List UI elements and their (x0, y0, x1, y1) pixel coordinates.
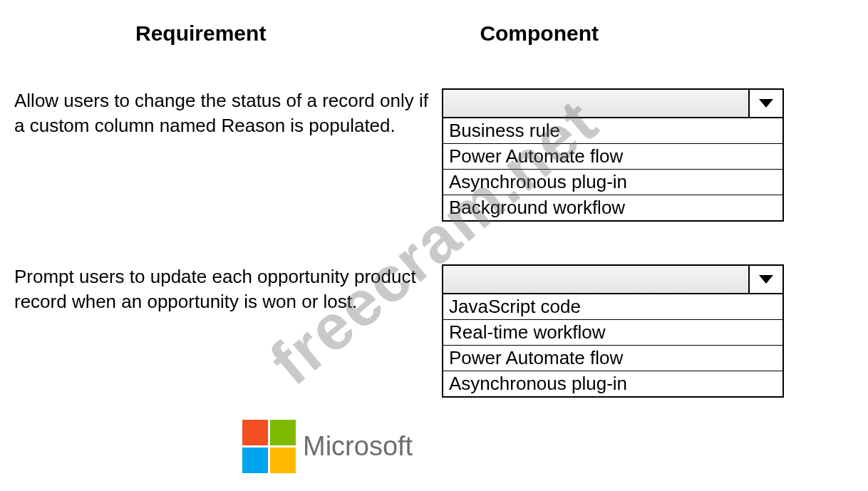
svg-marker-0 (759, 99, 773, 108)
dropdown-options: JavaScript code Real-time workflow Power… (442, 294, 784, 398)
option-item[interactable]: Real-time workflow (443, 320, 782, 346)
component-dropdown-2: JavaScript code Real-time workflow Power… (442, 264, 784, 398)
option-item[interactable]: Asynchronous plug-in (443, 371, 782, 396)
component-dropdown-1: Business rule Power Automate flow Asynch… (442, 88, 784, 222)
header-component: Component (480, 21, 599, 46)
option-item[interactable]: Asynchronous plug-in (443, 170, 782, 195)
dropdown-value (443, 266, 750, 293)
logo-square-green (270, 420, 296, 445)
option-item[interactable]: Background workflow (443, 195, 782, 220)
logo-square-yellow (270, 448, 296, 473)
logo-square-blue (242, 448, 268, 473)
requirement-row-1: Allow users to change the status of a re… (14, 88, 854, 222)
chevron-down-icon[interactable] (750, 266, 782, 293)
microsoft-logo-text: Microsoft (303, 431, 413, 462)
option-item[interactable]: Power Automate flow (443, 144, 782, 170)
requirement-text: Allow users to change the status of a re… (14, 88, 435, 138)
dropdown-selector[interactable] (442, 88, 784, 118)
requirement-text: Prompt users to update each opportunity … (14, 264, 435, 314)
option-item[interactable]: Business rule (443, 118, 782, 144)
dropdown-selector[interactable] (442, 264, 784, 294)
chevron-down-icon[interactable] (750, 90, 782, 117)
logo-square-red (242, 420, 268, 445)
option-item[interactable]: Power Automate flow (443, 346, 782, 371)
svg-marker-1 (759, 275, 773, 284)
header-requirement: Requirement (135, 21, 266, 46)
microsoft-logo: Microsoft (242, 420, 413, 473)
dropdown-value (443, 90, 750, 117)
option-item[interactable]: JavaScript code (443, 294, 782, 320)
column-headers: Requirement Component (14, 21, 854, 46)
microsoft-logo-icon (242, 420, 296, 473)
requirement-row-2: Prompt users to update each opportunity … (14, 264, 854, 398)
dropdown-options: Business rule Power Automate flow Asynch… (442, 118, 784, 222)
